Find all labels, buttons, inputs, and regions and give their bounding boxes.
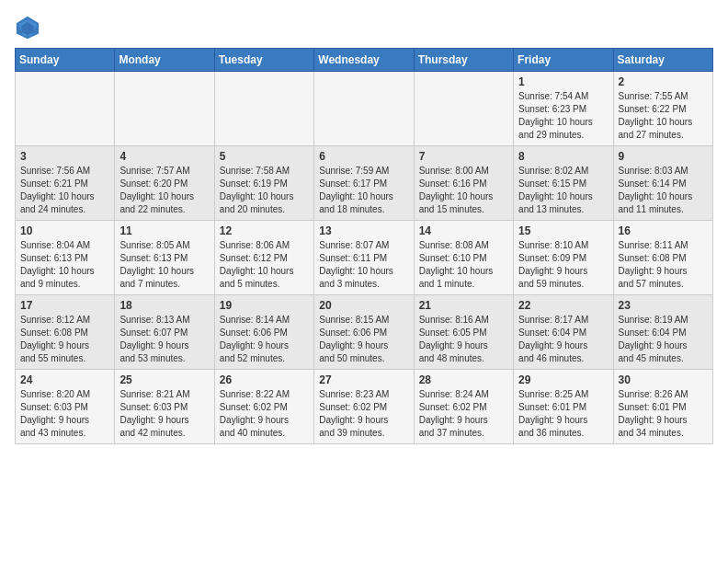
day-number: 16 bbox=[619, 224, 708, 237]
day-info: Sunrise: 7:56 AM Sunset: 6:21 PM Dayligh… bbox=[20, 165, 109, 216]
calendar-week-1: 3Sunrise: 7:56 AM Sunset: 6:21 PM Daylig… bbox=[16, 146, 713, 221]
day-info: Sunrise: 8:11 AM Sunset: 6:08 PM Dayligh… bbox=[619, 239, 708, 291]
calendar-cell bbox=[16, 72, 115, 146]
dow-wednesday: Wednesday bbox=[314, 49, 414, 72]
logo-icon bbox=[15, 15, 40, 40]
calendar-cell bbox=[314, 72, 414, 146]
day-number: 14 bbox=[419, 224, 508, 237]
calendar-cell: 18Sunrise: 8:13 AM Sunset: 6:07 PM Dayli… bbox=[115, 295, 214, 370]
day-number: 25 bbox=[119, 373, 209, 386]
day-info: Sunrise: 8:00 AM Sunset: 6:16 PM Dayligh… bbox=[419, 165, 508, 216]
day-number: 24 bbox=[20, 373, 109, 386]
day-number: 11 bbox=[119, 224, 209, 237]
calendar-cell: 9Sunrise: 8:03 AM Sunset: 6:14 PM Daylig… bbox=[613, 146, 712, 221]
day-info: Sunrise: 8:04 AM Sunset: 6:13 PM Dayligh… bbox=[20, 239, 109, 291]
day-info: Sunrise: 8:14 AM Sunset: 6:06 PM Dayligh… bbox=[220, 314, 309, 365]
calendar-cell: 6Sunrise: 7:59 AM Sunset: 6:17 PM Daylig… bbox=[314, 146, 414, 221]
calendar-cell: 16Sunrise: 8:11 AM Sunset: 6:08 PM Dayli… bbox=[613, 221, 712, 295]
dow-monday: Monday bbox=[115, 49, 214, 72]
day-info: Sunrise: 8:15 AM Sunset: 6:06 PM Dayligh… bbox=[319, 314, 408, 365]
calendar-cell bbox=[414, 72, 513, 146]
calendar-cell: 13Sunrise: 8:07 AM Sunset: 6:11 PM Dayli… bbox=[314, 221, 414, 295]
calendar-cell: 14Sunrise: 8:08 AM Sunset: 6:10 PM Dayli… bbox=[414, 221, 513, 295]
dow-sunday: Sunday bbox=[16, 49, 115, 72]
day-number: 13 bbox=[319, 224, 408, 237]
calendar-cell: 17Sunrise: 8:12 AM Sunset: 6:08 PM Dayli… bbox=[16, 295, 115, 370]
day-number: 8 bbox=[518, 150, 608, 163]
calendar-cell: 11Sunrise: 8:05 AM Sunset: 6:13 PM Dayli… bbox=[115, 221, 214, 295]
calendar-table: SundayMondayTuesdayWednesdayThursdayFrid… bbox=[15, 48, 713, 444]
calendar-week-2: 10Sunrise: 8:04 AM Sunset: 6:13 PM Dayli… bbox=[16, 221, 713, 295]
day-number: 2 bbox=[619, 75, 708, 88]
day-number: 27 bbox=[319, 373, 408, 386]
day-info: Sunrise: 7:59 AM Sunset: 6:17 PM Dayligh… bbox=[319, 165, 408, 216]
day-number: 12 bbox=[220, 224, 309, 237]
calendar-cell: 30Sunrise: 8:26 AM Sunset: 6:01 PM Dayli… bbox=[613, 370, 712, 444]
calendar-cell: 29Sunrise: 8:25 AM Sunset: 6:01 PM Dayli… bbox=[514, 370, 613, 444]
day-info: Sunrise: 8:06 AM Sunset: 6:12 PM Dayligh… bbox=[220, 239, 309, 291]
dow-tuesday: Tuesday bbox=[214, 49, 313, 72]
calendar-cell: 10Sunrise: 8:04 AM Sunset: 6:13 PM Dayli… bbox=[16, 221, 115, 295]
calendar-cell bbox=[115, 72, 214, 146]
day-info: Sunrise: 8:02 AM Sunset: 6:15 PM Dayligh… bbox=[518, 165, 608, 216]
dow-friday: Friday bbox=[514, 49, 613, 72]
day-number: 10 bbox=[20, 224, 109, 237]
day-info: Sunrise: 8:22 AM Sunset: 6:02 PM Dayligh… bbox=[220, 388, 309, 440]
calendar-cell: 12Sunrise: 8:06 AM Sunset: 6:12 PM Dayli… bbox=[214, 221, 313, 295]
day-info: Sunrise: 8:05 AM Sunset: 6:13 PM Dayligh… bbox=[119, 239, 209, 291]
day-info: Sunrise: 7:55 AM Sunset: 6:22 PM Dayligh… bbox=[619, 90, 708, 142]
calendar-cell: 27Sunrise: 8:23 AM Sunset: 6:02 PM Dayli… bbox=[314, 370, 414, 444]
day-number: 1 bbox=[518, 75, 608, 88]
day-number: 29 bbox=[518, 373, 608, 386]
day-info: Sunrise: 7:54 AM Sunset: 6:23 PM Dayligh… bbox=[518, 90, 608, 142]
calendar-cell: 23Sunrise: 8:19 AM Sunset: 6:04 PM Dayli… bbox=[613, 295, 712, 370]
day-info: Sunrise: 8:20 AM Sunset: 6:03 PM Dayligh… bbox=[20, 388, 109, 440]
day-number: 18 bbox=[119, 299, 209, 312]
day-number: 15 bbox=[518, 224, 608, 237]
calendar-cell: 20Sunrise: 8:15 AM Sunset: 6:06 PM Dayli… bbox=[314, 295, 414, 370]
day-number: 7 bbox=[419, 150, 508, 163]
day-info: Sunrise: 8:08 AM Sunset: 6:10 PM Dayligh… bbox=[419, 239, 508, 291]
day-info: Sunrise: 7:57 AM Sunset: 6:20 PM Dayligh… bbox=[119, 165, 209, 216]
day-info: Sunrise: 8:07 AM Sunset: 6:11 PM Dayligh… bbox=[319, 239, 408, 291]
day-info: Sunrise: 8:23 AM Sunset: 6:02 PM Dayligh… bbox=[319, 388, 408, 440]
day-info: Sunrise: 7:58 AM Sunset: 6:19 PM Dayligh… bbox=[220, 165, 309, 216]
calendar-cell bbox=[214, 72, 313, 146]
day-info: Sunrise: 8:25 AM Sunset: 6:01 PM Dayligh… bbox=[518, 388, 608, 440]
day-number: 4 bbox=[119, 150, 209, 163]
calendar-cell: 7Sunrise: 8:00 AM Sunset: 6:16 PM Daylig… bbox=[414, 146, 513, 221]
day-number: 20 bbox=[319, 299, 408, 312]
calendar-cell: 25Sunrise: 8:21 AM Sunset: 6:03 PM Dayli… bbox=[115, 370, 214, 444]
calendar-cell: 22Sunrise: 8:17 AM Sunset: 6:04 PM Dayli… bbox=[514, 295, 613, 370]
calendar-cell: 1Sunrise: 7:54 AM Sunset: 6:23 PM Daylig… bbox=[514, 72, 613, 146]
day-info: Sunrise: 8:10 AM Sunset: 6:09 PM Dayligh… bbox=[518, 239, 608, 291]
day-number: 30 bbox=[619, 373, 708, 386]
day-number: 22 bbox=[518, 299, 608, 312]
day-info: Sunrise: 8:03 AM Sunset: 6:14 PM Dayligh… bbox=[619, 165, 708, 216]
calendar-cell: 19Sunrise: 8:14 AM Sunset: 6:06 PM Dayli… bbox=[214, 295, 313, 370]
day-info: Sunrise: 8:16 AM Sunset: 6:05 PM Dayligh… bbox=[419, 314, 508, 365]
day-info: Sunrise: 8:26 AM Sunset: 6:01 PM Dayligh… bbox=[619, 388, 708, 440]
calendar-week-3: 17Sunrise: 8:12 AM Sunset: 6:08 PM Dayli… bbox=[16, 295, 713, 370]
day-number: 9 bbox=[619, 150, 708, 163]
day-number: 26 bbox=[220, 373, 309, 386]
logo bbox=[15, 15, 44, 40]
day-number: 23 bbox=[619, 299, 708, 312]
calendar-cell: 3Sunrise: 7:56 AM Sunset: 6:21 PM Daylig… bbox=[16, 146, 115, 221]
day-number: 19 bbox=[220, 299, 309, 312]
calendar-week-0: 1Sunrise: 7:54 AM Sunset: 6:23 PM Daylig… bbox=[16, 72, 713, 146]
day-number: 6 bbox=[319, 150, 408, 163]
day-number: 21 bbox=[419, 299, 508, 312]
dow-saturday: Saturday bbox=[613, 49, 712, 72]
calendar-cell: 21Sunrise: 8:16 AM Sunset: 6:05 PM Dayli… bbox=[414, 295, 513, 370]
day-number: 5 bbox=[220, 150, 309, 163]
calendar-cell: 8Sunrise: 8:02 AM Sunset: 6:15 PM Daylig… bbox=[514, 146, 613, 221]
calendar-body: 1Sunrise: 7:54 AM Sunset: 6:23 PM Daylig… bbox=[16, 72, 713, 444]
calendar-cell: 24Sunrise: 8:20 AM Sunset: 6:03 PM Dayli… bbox=[16, 370, 115, 444]
day-info: Sunrise: 8:19 AM Sunset: 6:04 PM Dayligh… bbox=[619, 314, 708, 365]
day-info: Sunrise: 8:21 AM Sunset: 6:03 PM Dayligh… bbox=[119, 388, 209, 440]
day-number: 3 bbox=[20, 150, 109, 163]
calendar-cell: 15Sunrise: 8:10 AM Sunset: 6:09 PM Dayli… bbox=[514, 221, 613, 295]
header bbox=[15, 15, 713, 40]
day-info: Sunrise: 8:24 AM Sunset: 6:02 PM Dayligh… bbox=[419, 388, 508, 440]
